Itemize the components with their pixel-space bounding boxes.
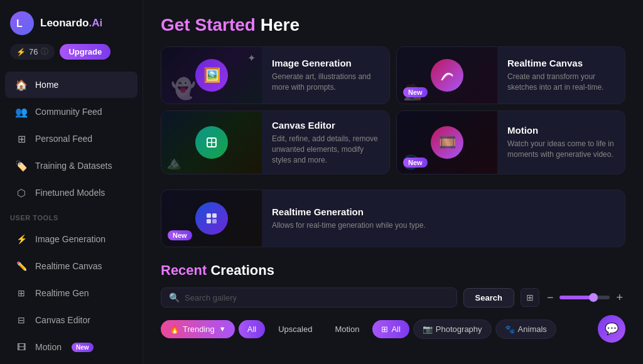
filter-tab-photography[interactable]: 📷 Photography — [413, 319, 492, 339]
zoom-slider-wrap: − + — [544, 291, 625, 304]
svg-rect-6 — [212, 213, 217, 218]
card-desc: Watch your ideas come to life in moments… — [507, 139, 615, 160]
card-image-generation[interactable]: 🖼️ 👻 ✦ Image Generation Generate art, il… — [161, 46, 390, 104]
sidebar-item-training-datasets[interactable]: 🏷️ Training & Datasets — [5, 153, 138, 179]
card-scene: 🖼️ 👻 ✦ — [161, 47, 262, 104]
card-content: Canvas Editor Edit, refine, add details,… — [262, 111, 389, 174]
recent-creations-heading: Recent Creations — [161, 262, 625, 279]
sidebar-item-label: Personal Feed — [35, 134, 92, 144]
search-input-wrapper: 🔍 — [161, 287, 457, 308]
terrain-deco: 🏔️ — [166, 155, 182, 170]
card-title: Motion — [507, 125, 615, 136]
filter-tab-motion[interactable]: Motion — [325, 319, 369, 339]
card-content: Realtime Generation Allows for real-time… — [262, 198, 625, 240]
get-started-heading: Get Started Here — [161, 15, 625, 35]
card-motion[interactable]: 🎞️ 🌀 New Motion Watch your ideas come to… — [396, 110, 625, 174]
card-title: Image Generation — [272, 58, 379, 68]
card-icon-circle: 🎞️ — [431, 126, 463, 159]
token-badge: ⚡ 76 ⓘ — [10, 44, 55, 60]
models-icon: ⬡ — [15, 186, 28, 199]
motion-icon: 🎞 — [15, 341, 28, 353]
community-icon: 👥 — [15, 105, 28, 118]
sidebar-item-label: Canvas Editor — [35, 315, 90, 325]
image-gen-icon: ⚡ — [15, 233, 28, 245]
card-image-bg: 🖼️ 👻 ✦ — [161, 47, 262, 104]
info-icon: ⓘ — [41, 46, 48, 57]
card-desc: Allows for real-time generation while yo… — [272, 220, 615, 231]
realtime-canvas-icon: ✏️ — [15, 260, 28, 272]
token-area: ⚡ 76 ⓘ Upgrade — [0, 44, 143, 68]
search-icon: 🔍 — [169, 292, 180, 302]
filter-tab-trending[interactable]: 🔥 Trending ▼ — [161, 320, 235, 338]
chevron-down-icon: ▼ — [219, 325, 226, 333]
card-desc: Generate art, illustrations and more wit… — [272, 72, 379, 93]
card-image-bg: 🧑‍🎨 New — [397, 47, 497, 104]
lightning-icon: ⚡ — [16, 48, 26, 56]
search-button[interactable]: Search — [463, 288, 514, 308]
sidebar-item-canvas-editor[interactable]: ⊟ Canvas Editor — [5, 307, 138, 333]
chat-fab-button[interactable]: 💬 — [598, 315, 625, 343]
canvas-editor-icon: ⊟ — [15, 314, 28, 326]
card-image-bg: New — [161, 190, 262, 247]
sidebar-item-realtime-canvas[interactable]: ✏️ Realtime Canvas — [5, 253, 138, 279]
card-content: Realtime Canvas Create and transform you… — [497, 49, 625, 102]
card-content: Motion Watch your ideas come to life in … — [497, 116, 625, 169]
card-desc: Edit, refine, add details, remove unwant… — [272, 134, 379, 165]
filter-tab-animals[interactable]: 🐾 Animals — [495, 319, 556, 339]
zoom-out-button[interactable]: − — [544, 291, 556, 304]
personal-icon: ⊞ — [15, 132, 28, 145]
zoom-in-button[interactable]: + — [613, 291, 625, 304]
card-icon-circle: 🖼️ — [195, 59, 228, 92]
sidebar-item-community-feed[interactable]: 👥 Community Feed — [5, 99, 138, 125]
realtime-gen-icon: ⊞ — [15, 287, 28, 299]
filter-tab-upscaled[interactable]: Upscaled — [269, 319, 322, 339]
feature-cards-grid: 🖼️ 👻 ✦ Image Generation Generate art, il… — [161, 46, 625, 174]
star-decoration: ✦ — [247, 52, 256, 64]
sidebar-item-personal-feed[interactable]: ⊞ Personal Feed — [5, 126, 138, 152]
card-icon-circle — [431, 59, 463, 92]
zoom-slider[interactable] — [559, 296, 610, 299]
sidebar-item-realtime-gen[interactable]: ⊞ Realtime Gen — [5, 280, 138, 306]
sidebar-item-home[interactable]: 🏠 Home — [5, 72, 138, 98]
sidebar-item-label: Motion — [35, 342, 62, 352]
card-title: Realtime Canvas — [507, 58, 615, 68]
sidebar-item-finetuned-models[interactable]: ⬡ Finetuned Models — [5, 179, 138, 206]
sidebar-item-label: Community Feed — [35, 107, 102, 117]
grid-icon: ⊞ — [381, 324, 388, 334]
new-badge: New — [168, 230, 192, 240]
new-badge: New — [403, 158, 428, 168]
sidebar-item-motion[interactable]: 🎞 Motion New — [5, 334, 138, 360]
camera-icon: 📷 — [423, 324, 433, 334]
ghost-decoration: 👻 — [171, 77, 196, 100]
main-content: Get Started Here 🖼️ 👻 ✦ Image Generation… — [143, 0, 643, 364]
upgrade-button[interactable]: Upgrade — [60, 44, 111, 60]
training-icon: 🏷️ — [15, 159, 28, 172]
card-content: Image Generation Generate art, illustrat… — [262, 49, 389, 102]
user-tools-section-label: User Tools — [0, 206, 143, 225]
card-realtime-generation[interactable]: New Realtime Generation Allows for real-… — [161, 190, 625, 247]
svg-rect-7 — [207, 219, 211, 223]
sidebar-item-label: Home — [35, 80, 58, 90]
filter-tab-all-right[interactable]: ⊞ All — [372, 320, 409, 338]
search-filter-bar: 🔍 Search ⊞ − + — [161, 287, 625, 308]
card-realtime-canvas[interactable]: 🧑‍🎨 New Realtime Canvas Create and trans… — [396, 46, 625, 104]
card-canvas-editor[interactable]: 🏔️ Canvas Editor Edit, refine, add detai… — [161, 110, 390, 174]
paw-icon: 🐾 — [505, 324, 515, 334]
card-icon-circle — [195, 202, 228, 235]
grid-view-button[interactable]: ⊞ — [521, 288, 539, 307]
card-title: Canvas Editor — [272, 120, 379, 131]
logo[interactable]: L Leonardo.Ai — [0, 0, 143, 44]
token-count: 76 — [29, 47, 38, 56]
search-input[interactable] — [185, 293, 449, 302]
new-badge: New — [403, 87, 428, 97]
sidebar-item-image-generation[interactable]: ⚡ Image Generation — [5, 226, 138, 252]
sidebar-item-label: Finetuned Models — [35, 188, 105, 198]
sidebar-nav: 🏠 Home 👥 Community Feed ⊞ Personal Feed … — [0, 68, 143, 364]
logo-text: Leonardo.Ai — [40, 17, 102, 29]
filter-tab-all-left[interactable]: All — [239, 320, 265, 338]
fire-icon: 🔥 — [170, 324, 180, 334]
card-image-bg: 🎞️ 🌀 New — [397, 111, 497, 174]
svg-rect-8 — [212, 219, 217, 223]
view-controls: ⊞ − + — [521, 288, 625, 307]
sidebar-item-label: Realtime Gen — [35, 288, 89, 298]
